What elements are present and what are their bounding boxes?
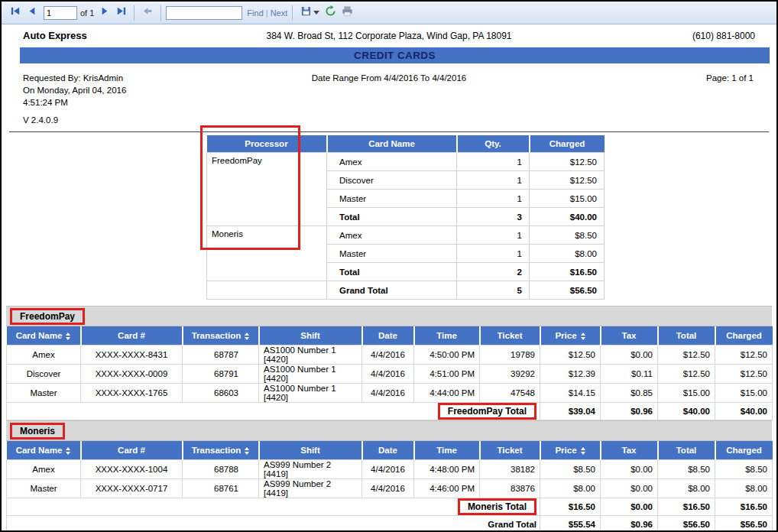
table-cell: $12.50	[530, 171, 605, 190]
report-title-banner: CREDIT CARDS	[20, 47, 770, 63]
table-cell: $15.00	[658, 384, 715, 403]
column-header-ticket: Ticket	[480, 326, 540, 345]
section-band-freedompay: FreedomPay	[6, 306, 772, 326]
table-cell: $16.50	[715, 498, 773, 516]
table-cell: $56.50	[715, 516, 773, 532]
column-header-time: Time	[414, 441, 480, 460]
last-page-button[interactable]	[112, 5, 129, 21]
toolbar-separator	[134, 5, 135, 21]
table-cell: $0.85	[601, 384, 658, 403]
column-header-charged: Charged	[715, 441, 773, 460]
table-row: Moneris Amex 1 $8.50	[207, 226, 605, 245]
export-icon	[300, 5, 312, 20]
table-cell: $56.50	[530, 281, 605, 300]
table-cell: 4/4/2016	[362, 384, 414, 403]
refresh-icon	[325, 5, 336, 20]
table-cell: $0.11	[601, 365, 658, 384]
next-page-button[interactable]	[96, 5, 112, 21]
annotation-moneris-total: Moneris Total	[458, 498, 536, 515]
export-dropdown-icon	[313, 11, 319, 15]
first-page-button[interactable]	[7, 5, 24, 21]
table-cell: AS1000 Number 1 [4420]	[259, 365, 362, 384]
table-cell: XXXX-XXXX-1004	[81, 460, 183, 479]
column-header-card-name[interactable]: Card Name	[7, 326, 81, 345]
annotation-moneris-label: Moneris	[10, 423, 65, 440]
requested-on: On Monday, April 04, 2016	[23, 86, 264, 95]
refresh-button[interactable]	[322, 5, 339, 21]
table-cell: $0.96	[601, 403, 658, 420]
table-cell: 1	[457, 153, 530, 171]
table-cell: $12.50	[540, 345, 601, 365]
table-cell: 4/4/2016	[362, 365, 414, 384]
table-cell: XXXX-XXXX-0717	[81, 479, 183, 498]
table-cell: $8.50	[540, 460, 601, 479]
column-header-processor: Processor	[207, 135, 327, 153]
table-cell: $56.50	[658, 516, 715, 532]
table-cell: 3	[457, 208, 530, 226]
table-cell: $8.50	[658, 460, 715, 479]
column-header-card-name[interactable]: Card Name	[7, 441, 81, 460]
table-cell: $40.00	[530, 208, 605, 226]
table-cell: Master	[327, 245, 457, 263]
annotation-freedompay-total: FreedomPay Total	[438, 403, 536, 420]
column-header-card-number: Card #	[81, 441, 183, 460]
requested-time: 4:51:24 PM	[23, 98, 264, 107]
section-band-moneris: Moneris	[6, 420, 772, 441]
table-cell: 1	[457, 190, 530, 208]
summary-table: Processor Card Name Qty. Charged Freedom…	[206, 135, 605, 300]
table-cell: XXXX-XXXX-1765	[81, 384, 183, 403]
header-label: Price	[555, 446, 576, 455]
first-page-icon	[10, 5, 21, 20]
report-version: V 2.4.0.9	[2, 115, 776, 125]
table-cell: $12.39	[540, 365, 601, 384]
column-header-shift: Shift	[259, 326, 362, 345]
table-cell: 1	[457, 226, 530, 245]
detail-header-row: Card Name Card # Transaction Shift Date …	[7, 326, 773, 345]
table-cell: 4/4/2016	[362, 345, 414, 365]
table-cell: AS1000 Number 1 [4420]	[259, 384, 362, 403]
table-cell: XXXX-XXXX-0009	[81, 365, 183, 384]
column-header-transaction[interactable]: Transaction	[183, 441, 259, 460]
table-cell: $8.00	[715, 479, 773, 498]
table-row: Master XXXX-XXXX-1765 68603 AS1000 Numbe…	[7, 384, 773, 403]
previous-page-button[interactable]	[24, 5, 41, 21]
table-cell: 1	[457, 245, 530, 263]
section-total-row: Moneris Total $16.50 $0.00 $16.50 $16.50	[7, 498, 773, 516]
parent-report-button[interactable]	[139, 5, 156, 21]
table-cell: $12.50	[715, 365, 773, 384]
table-cell: Amex	[327, 226, 457, 245]
table-cell: XXXX-XXXX-8431	[81, 345, 183, 365]
column-header-transaction[interactable]: Transaction	[183, 326, 259, 345]
table-cell: $8.50	[530, 226, 605, 245]
table-cell: $12.50	[658, 365, 715, 384]
last-page-icon	[115, 5, 127, 20]
page-number-input[interactable]	[44, 6, 77, 20]
find-text-input[interactable]	[166, 6, 242, 20]
column-header-total: Total	[658, 441, 715, 460]
table-row: Discover XXXX-XXXX-0009 68791 AS1000 Num…	[7, 365, 773, 384]
column-header-ticket: Ticket	[480, 441, 540, 460]
next-link[interactable]: Next	[271, 8, 288, 18]
export-button[interactable]	[297, 5, 322, 21]
table-cell: 5	[457, 281, 530, 300]
table-cell: AS999 Number 2 [4419]	[259, 460, 362, 479]
header-label: Card Name	[16, 446, 63, 455]
section-total-label-cell: Moneris Total	[7, 498, 540, 516]
print-button[interactable]	[339, 5, 355, 21]
table-cell: $16.50	[540, 498, 601, 516]
table-cell	[207, 281, 327, 300]
sort-icon	[66, 447, 70, 455]
table-cell: $0.00	[601, 345, 658, 365]
table-cell: $0.00	[601, 479, 658, 498]
grand-total-row: Grand Total $55.54 $0.96 $56.50 $56.50	[7, 516, 773, 532]
report-info-row: Requested By: KrisAdmin On Monday, April…	[2, 73, 776, 110]
company-address: 384 W. Broad St, 112 Corporate Plaza, Wi…	[245, 31, 533, 41]
column-header-price[interactable]: Price	[540, 441, 601, 460]
find-link[interactable]: Find	[247, 8, 263, 18]
column-header-tax: Tax	[601, 326, 658, 345]
date-range: Date Range From 4/4/2016 To 4/4/2016	[264, 73, 514, 110]
column-header-date: Date	[362, 326, 414, 345]
column-header-price[interactable]: Price	[540, 326, 601, 345]
table-cell: $14.15	[540, 384, 601, 403]
sort-icon	[245, 332, 249, 340]
